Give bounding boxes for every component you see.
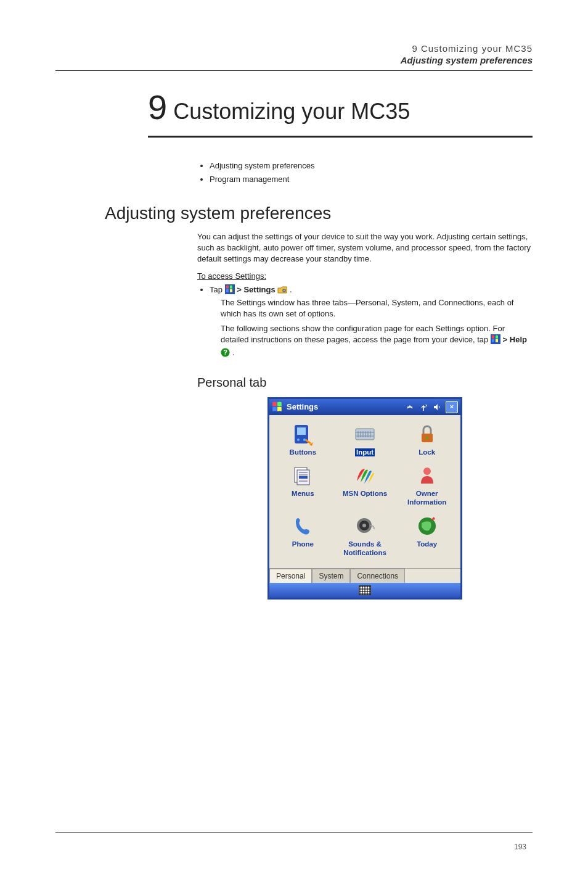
rule-under-title [148,136,533,138]
settings-item-menus[interactable]: Menus [273,463,333,508]
step-sub-b: > Help [503,335,527,344]
item-label: Input [355,448,375,457]
step-sub-a: The following sections show the configur… [221,324,505,344]
phone-icon [291,514,314,538]
device-titlebar: Settings x × [269,399,460,415]
rule-bottom [55,832,533,833]
connectivity-icon[interactable] [405,402,415,412]
settings-item-phone[interactable]: Phone [273,513,333,559]
input-icon [353,422,377,446]
svg-point-33 [362,524,366,527]
tab-connections[interactable]: Connections [350,569,405,583]
running-head: 9 Customizing your MC35 [55,43,533,54]
help-icon: ? [221,348,230,360]
settings-item-msn[interactable]: MSN Options [335,463,395,508]
step-subtext: The Settings window has three tabs—Perso… [221,297,533,319]
svg-text:?: ? [223,348,227,356]
running-subhead: Adjusting system preferences [55,55,533,65]
procedure-heading: To access Settings: [197,271,533,281]
start-flag-icon [225,284,235,296]
tab-system[interactable]: System [312,569,350,583]
step-text-end: . [290,285,292,294]
step-text-mid: > Settings [237,285,277,294]
step-sub-c: . [232,348,235,357]
chapter-title: 9 Customizing your MC35 [55,87,533,127]
device-title: Settings [287,402,401,411]
volume-icon[interactable] [432,402,442,412]
section-heading: Adjusting system preferences [105,204,533,223]
procedure-step: Tap > Settings [210,284,533,361]
page-number: 193 [514,843,526,851]
step-subtext: The following sections show the configur… [221,323,533,361]
menus-icon [291,464,314,487]
sounds-icon [353,514,377,538]
msn-icon [353,464,377,487]
settings-item-owner[interactable]: Owner Information [397,463,457,508]
chapter-toc: Adjusting system preferences Program man… [197,160,533,185]
svg-point-9 [297,439,300,441]
item-label: Phone [292,540,314,549]
svg-rect-28 [299,476,308,479]
toc-item: Program management [210,173,533,186]
svg-point-2 [284,290,285,291]
toc-item: Adjusting system preferences [210,160,533,172]
item-label: Menus [292,490,314,498]
sip-bar [269,583,460,598]
section-paragraph: You can adjust the settings of your devi… [197,231,533,265]
settings-grid: Buttons In [269,415,460,569]
start-flag-icon[interactable] [272,402,283,413]
item-label: Today [417,540,437,549]
subsection-heading: Personal tab [197,376,533,390]
chapter-number: 9 [148,87,167,127]
chapter-title-text: Customizing your MC35 [173,99,410,125]
item-label: Buttons [290,448,316,457]
item-label: MSN Options [343,490,387,498]
signal-icon[interactable]: x [419,402,428,412]
keyboard-icon[interactable] [359,585,371,595]
svg-point-23 [426,437,428,439]
settings-item-today[interactable]: Today [397,513,457,559]
device-screenshot: Settings x × [267,397,462,600]
start-flag-icon [491,334,500,347]
settings-folder-icon [277,286,287,296]
settings-item-sounds[interactable]: Sounds & Notifications [335,513,395,559]
svg-point-30 [423,468,431,475]
buttons-icon [291,422,314,446]
close-button[interactable]: × [446,401,458,413]
owner-icon [415,464,439,487]
settings-item-buttons[interactable]: Buttons [273,421,333,458]
item-label: Owner Information [398,490,455,507]
settings-item-lock[interactable]: Lock [397,421,457,458]
tab-personal[interactable]: Personal [269,569,312,583]
svg-text:x: x [425,403,428,407]
step-text-lead: Tap [210,285,225,294]
item-label: Sounds & Notifications [337,540,394,558]
svg-rect-11 [297,427,306,435]
today-icon [415,514,439,538]
settings-item-input[interactable]: Input [335,421,395,458]
rule-top [55,70,533,71]
device-tabs: Personal System Connections [269,568,460,583]
item-label: Lock [419,448,435,457]
lock-icon [415,422,439,446]
